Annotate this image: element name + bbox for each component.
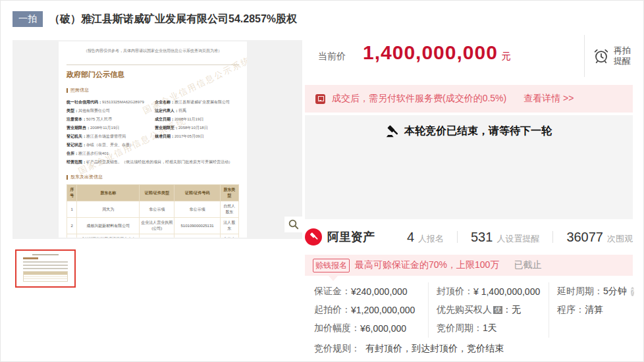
- document-subsection-basic: 照面信息: [67, 87, 239, 93]
- thumbnail-content: [23, 261, 68, 263]
- cap-price-cell: 封顶价：¥ 1,400,000,000: [429, 282, 549, 301]
- help-icon[interactable]: ?: [631, 287, 635, 296]
- column-header: 序号: [67, 185, 77, 201]
- fee-details-link[interactable]: 查看详情 >>: [523, 93, 574, 105]
- document-thumbnail[interactable]: [15, 249, 76, 288]
- platform-row: 阿里资产 4 人报名 531 人设置提醒 36077 次围观: [305, 226, 633, 248]
- table-row: 2 成都兴能新材料有限公司 企业法人营业执照(公司) 5101090000251…: [67, 218, 239, 234]
- divider: [552, 231, 553, 243]
- doc-field: 经营范围：矿产品经营及销售。（依法须经批准的项目，经相关部门批准后方可开展经营活…: [67, 158, 239, 167]
- column-header: 证照/证件类型: [140, 185, 174, 201]
- doc-field: 注册资本：5075 万人民币: [67, 115, 151, 124]
- reauction-remind-button[interactable]: 再拍 提醒: [584, 35, 633, 77]
- page-title: （破）雅江县斯诺威矿业发展有限公司54.2857%股权: [49, 13, 297, 26]
- priority-badge: 优: [493, 306, 502, 314]
- start-price-cell: 起拍价：¥1,200,000,000: [305, 301, 429, 319]
- current-price-label: 当前价: [318, 51, 346, 63]
- credit-promo-bar: 赊钱报名 最高可赊保证金的70%，上限100万 已截止: [305, 255, 633, 276]
- lot-round-badge: 一拍: [13, 11, 43, 27]
- thumbnail-content: [23, 265, 68, 266]
- increment-cell: 加价幅度：¥6,000,000: [305, 319, 429, 338]
- thumbnail-content: [32, 254, 59, 255]
- deposit-cell: 保证金：¥240,000,000: [305, 282, 429, 301]
- current-price-value: 1,400,000,000: [363, 41, 498, 64]
- ali-assets-logo-icon: [305, 228, 322, 246]
- image-viewer: 国家企业信用信息公示系统 国家企业信用信息公示系统 （报告内容仅供参考，具体内容…: [13, 40, 302, 239]
- platform-name: 阿里资产: [327, 229, 375, 245]
- doc-field: 住所：雅江县步行街401: [67, 149, 239, 158]
- bid-panel: 当前价 1,400,000,000 元 再拍 提醒: [305, 35, 633, 78]
- stat-applicants: 4 人报名: [407, 230, 444, 245]
- priority-buyer-cell: 优先购买权人 优 ：无: [429, 301, 549, 319]
- current-price-row: 当前价 1,400,000,000 元 再拍 提醒: [305, 35, 633, 78]
- header: 一拍 （破）雅江县斯诺威矿业发展有限公司54.2857%股权: [13, 11, 297, 27]
- doc-field: 营业期限自：2008年11月19日: [67, 124, 151, 132]
- section-marker: [67, 175, 68, 180]
- shareholders-table: 序号 股东名称 证照/证件类型 证照/证件号码 股东类型 1 周大为 非公示项 …: [67, 184, 239, 238]
- document-subsection-shareholders: 股东及出资信息: [67, 174, 239, 180]
- doc-field: 统一社会信用代码：91513325MA62G28979: [67, 98, 151, 107]
- divider: [67, 65, 239, 65]
- zoom-button[interactable]: [284, 217, 302, 232]
- service-fee-text: 成交后，需另付软件服务费(成交价的0.5%): [332, 93, 506, 105]
- thumbnail-content: [23, 268, 68, 269]
- current-price-unit: 元: [502, 51, 511, 63]
- stat-views: 36077 次围观: [566, 230, 633, 245]
- credit-promo-badge: 赊钱报名: [313, 259, 350, 272]
- service-fee-banner: 成交后，需另付软件服务费(成交价的0.5%) 查看详情 >>: [305, 85, 633, 113]
- empty-cell: [549, 319, 633, 338]
- table-row: 1 周大为 非公示项 非公示项 自然人股东: [67, 201, 239, 218]
- table-row: 3 成都川商兴能股权投资基金中心（有限合伙） 合伙企业营业执照 91510104…: [67, 234, 239, 238]
- doc-field: 核准日期：2017年05月09日: [155, 132, 239, 141]
- doc-field: 登记机关：雅江县市场监督管理局: [67, 132, 151, 141]
- doc-field: 类型：其他有限责任公司: [67, 107, 151, 115]
- column-header: 证照/证件号码: [174, 185, 220, 201]
- section-marker: [67, 88, 68, 93]
- service-fee-icon: [315, 94, 325, 104]
- doc-field: 成立日期：2008年11月19日: [155, 115, 239, 124]
- auction-page: 一拍 （破）雅江县斯诺威矿业发展有限公司54.2857%股权 国家企业信用信息公…: [0, 0, 644, 362]
- column-header: 股东名称: [77, 185, 140, 201]
- thumbnail-content: [23, 257, 38, 259]
- doc-field: 法定代表人：符禹: [155, 107, 239, 115]
- procedure-cell: 程序：清算: [549, 301, 633, 319]
- bidding-status-message: 本轮竞价已结束，请等待下一轮: [305, 124, 633, 138]
- magnifier-icon: [288, 219, 300, 230]
- gavel-icon: [386, 125, 399, 138]
- document-disclaimer: （报告内容仅供参考，具体内容请以国家企业信用信息公示系统查询页面为准）: [67, 48, 239, 54]
- credit-promo-text: 最高可赊保证金的70%，上限100万: [355, 259, 499, 271]
- document-preview[interactable]: 国家企业信用信息公示系统 国家企业信用信息公示系统 （报告内容仅供参考，具体内容…: [59, 41, 247, 238]
- delay-cycle-cell: 延时周期：5分钟 ?: [549, 282, 633, 301]
- remind-label: 再拍 提醒: [614, 45, 631, 66]
- column-header: 股东类型: [220, 185, 238, 201]
- doc-field: 营业期限至：2058年10月18日: [155, 124, 239, 132]
- divider: [457, 231, 458, 243]
- doc-field: 登记状态：存续（在营、开业、在册）: [67, 141, 239, 149]
- promo-tail: [329, 276, 338, 281]
- doc-field: 企业名称：雅江县斯诺威矿业发展有限公司: [155, 98, 239, 107]
- auction-details: 保证金：¥240,000,000 封顶价：¥ 1,400,000,000 延时周…: [305, 282, 633, 355]
- table-header-row: 序号 股东名称 证照/证件类型 证照/证件号码 股东类型: [67, 185, 239, 201]
- auction-stats: 4 人报名 531 人设置提醒 36077 次围观: [407, 230, 633, 245]
- document-fields: 统一社会信用代码：91513325MA62G28979 企业名称：雅江县斯诺威矿…: [67, 98, 239, 141]
- bidding-rule-row: 竞价规则： 有封顶价，到达封顶价，竞价结束: [305, 343, 633, 355]
- logo-gavel-glyph: [309, 232, 319, 242]
- bid-cycle-cell: 竞价周期：1天: [429, 319, 549, 338]
- stat-reminders: 531 人设置提醒: [471, 230, 539, 245]
- credit-promo-status: 已截止: [514, 259, 541, 271]
- bidding-status-box: 本轮竞价已结束，请等待下一轮: [305, 115, 633, 219]
- alarm-clock-icon: [593, 47, 610, 65]
- document-section-title: 政府部门公示信息: [67, 70, 239, 80]
- thumbnail-content: [23, 271, 68, 282]
